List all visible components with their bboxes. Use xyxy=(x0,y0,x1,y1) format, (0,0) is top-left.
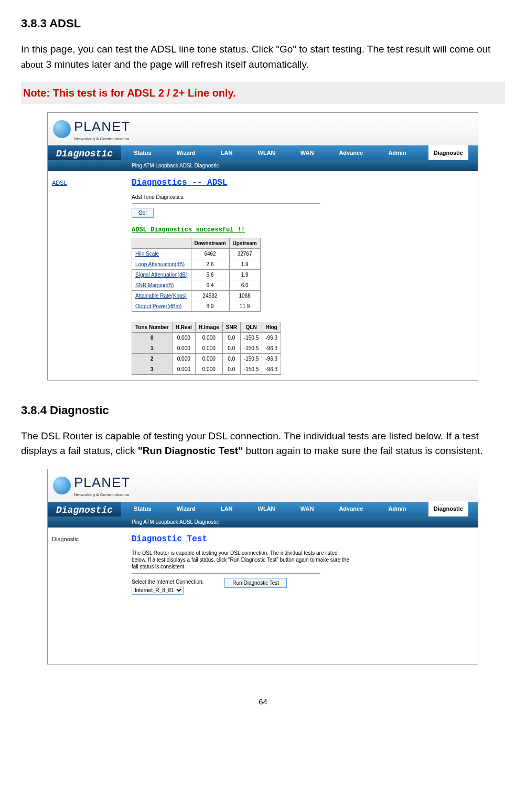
cell: 24532 xyxy=(191,291,229,301)
main-nav: Status Wizard LAN WLAN WAN Advance Admin… xyxy=(121,502,478,516)
subnav: Ping ATM Loopback ADSL Diagnostic xyxy=(48,516,478,528)
left-link-diagnostic[interactable]: Diagnostic xyxy=(52,536,79,542)
col-blank xyxy=(132,238,191,249)
cell: 0.0 xyxy=(222,353,240,364)
nav-wizard[interactable]: Wizard xyxy=(174,504,199,513)
nav-wan[interactable]: WAN xyxy=(297,504,317,513)
cell: 8.9 xyxy=(191,301,229,312)
row-label: Hlin Scale xyxy=(132,249,191,259)
planet-logo-icon xyxy=(53,477,71,494)
cell: 0.000 xyxy=(172,353,195,364)
table-row: 10.0000.0000.0-150.5-96.3 xyxy=(132,343,281,353)
run-diagnostic-button[interactable]: Run Diagnostic Test xyxy=(224,578,287,588)
left-link-adsl[interactable]: ADSL xyxy=(52,180,67,186)
cell: 5.6 xyxy=(191,270,229,280)
cell: -150.5 xyxy=(240,343,262,353)
nav-diagnostic[interactable]: Diagnostic xyxy=(428,145,468,161)
table-row: SNR Margin(dB)6.46.0 xyxy=(132,280,261,291)
table-row: 30.0000.0000.0-150.5-96.3 xyxy=(132,364,281,374)
tone-head: SNR xyxy=(222,322,240,332)
cell: 6462 xyxy=(191,249,229,259)
cell: -150.5 xyxy=(240,364,262,374)
cell: 0.000 xyxy=(172,332,195,343)
tone-head: H.Real xyxy=(172,322,195,332)
tone-head: Tone Number xyxy=(132,322,173,332)
tone-head: QLN xyxy=(240,322,262,332)
cell: 0.000 xyxy=(195,332,222,343)
para-adsl: In this page, you can test the ADSL line… xyxy=(21,42,505,72)
subtext: Adsl Tone Diagnostics. xyxy=(132,193,470,201)
para2-b: button again to make sure the fail statu… xyxy=(243,445,482,456)
page-title: Diagnostic xyxy=(48,502,121,516)
cell: 0.000 xyxy=(195,364,222,374)
content-area: Diagnostic Test The DSL Router is capabl… xyxy=(124,528,478,664)
nav-advance[interactable]: Advance xyxy=(336,149,366,157)
separator xyxy=(132,203,320,204)
table-row: Attainable Rate(Kbps)245321088 xyxy=(132,291,261,301)
nav-lan[interactable]: LAN xyxy=(218,504,236,513)
cell: 0.000 xyxy=(172,364,195,374)
nav-diagnostic[interactable]: Diagnostic xyxy=(428,501,468,516)
row-label: Attainable Rate(Kbps) xyxy=(132,291,191,301)
para-about: about xyxy=(21,59,43,70)
nav-wizard[interactable]: Wizard xyxy=(174,149,199,157)
nav-lan[interactable]: LAN xyxy=(218,149,236,157)
logo-sub: Networking & Communication xyxy=(74,136,130,142)
cell: 3 xyxy=(132,364,173,374)
row-label: Signal Attenuation(dB) xyxy=(132,270,191,280)
content-area: Diagnostics -- ADSL Adsl Tone Diagnostic… xyxy=(124,171,478,380)
cell: 0.0 xyxy=(222,364,240,374)
heading-diagnostic: 3.8.4 Diagnostic xyxy=(21,402,505,419)
cell: 1.9 xyxy=(229,259,260,270)
nav-wan[interactable]: WAN xyxy=(297,149,317,157)
col-downstream: Downstream xyxy=(191,238,229,249)
nav-admin[interactable]: Admin xyxy=(385,504,409,513)
result-table: Downstream Upstream Hlin Scale646232767 … xyxy=(132,238,261,312)
nav-status[interactable]: Status xyxy=(131,149,155,157)
cell: 2.6 xyxy=(191,259,229,270)
cell: 1.9 xyxy=(229,270,260,280)
left-column: ADSL xyxy=(48,171,124,380)
nav-advance[interactable]: Advance xyxy=(336,504,366,513)
cell: -96.3 xyxy=(262,343,281,353)
nav-admin[interactable]: Admin xyxy=(385,149,409,157)
row-label: SNR Margin(dB) xyxy=(132,280,191,291)
para2-bold: "Run Diagnostic Test" xyxy=(138,445,243,456)
table-row: Hlin Scale646232767 xyxy=(132,249,261,259)
title-bar: Diagnostic Status Wizard LAN WLAN WAN Ad… xyxy=(48,502,478,516)
cell: 6.0 xyxy=(229,280,260,291)
logo-text: PLANET xyxy=(74,472,130,493)
left-column: Diagnostic xyxy=(48,528,124,664)
cell: 0.000 xyxy=(195,343,222,353)
nav-wlan[interactable]: WLAN xyxy=(255,149,278,157)
separator xyxy=(132,573,320,574)
connection-select[interactable]: Internet_R_8_81 xyxy=(132,586,184,595)
subnav: Ping ATM Loopback ADSL Diagnostic xyxy=(48,160,478,171)
logo-row: PLANET Networking & Communication xyxy=(48,469,478,502)
select-label: Select the Internet Connection: xyxy=(132,578,203,586)
table-row: Loop Attenuation(dB)2.61.9 xyxy=(132,259,261,270)
para-diagnostic: The DSL Router is capable of testing you… xyxy=(21,429,505,459)
nav-wlan[interactable]: WLAN xyxy=(255,504,278,513)
cell: 1088 xyxy=(229,291,260,301)
cell: -150.5 xyxy=(240,353,262,364)
tone-head: H.Image xyxy=(195,322,222,332)
row-label: Loop Attenuation(dB) xyxy=(132,259,191,270)
cell: 1 xyxy=(132,343,173,353)
table-row: 00.0000.0000.0-150.5-96.3 xyxy=(132,332,281,343)
screenshot-diagnostic: PLANET Networking & Communication Diagno… xyxy=(47,469,478,665)
cell: 11.9 xyxy=(229,301,260,312)
para-a: In this page, you can test the ADSL line… xyxy=(21,44,490,55)
diag-description: The DSL Router is capable of testing you… xyxy=(132,550,352,570)
planet-logo-icon xyxy=(53,120,71,138)
page-title: Diagnostic xyxy=(48,145,121,160)
title-bar: Diagnostic Status Wizard LAN WLAN WAN Ad… xyxy=(48,145,478,160)
para-b: 3 minutes later and the page will refres… xyxy=(43,59,309,70)
cell: 2 xyxy=(132,353,173,364)
heading-adsl: 3.8.3 ADSL xyxy=(21,15,505,32)
go-button[interactable]: Go! xyxy=(132,208,154,218)
nav-status[interactable]: Status xyxy=(131,504,155,513)
cell: 0.000 xyxy=(195,353,222,364)
cell: -96.3 xyxy=(262,332,281,343)
table-row: Output Power(dBm)8.911.9 xyxy=(132,301,261,312)
